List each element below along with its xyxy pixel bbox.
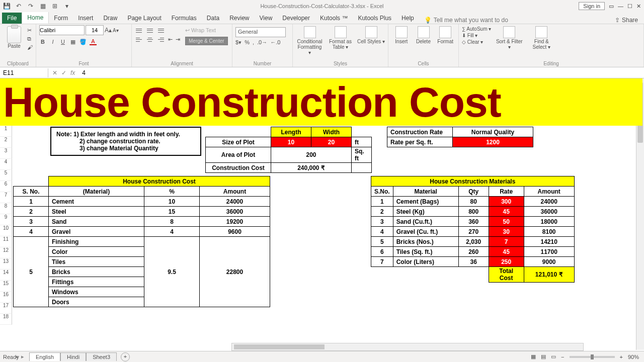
- border-icon[interactable]: ▦: [69, 39, 76, 45]
- rate-table[interactable]: Construction RateNormal Quality Rate per…: [387, 127, 533, 147]
- page-break-view-icon[interactable]: ▭: [551, 353, 556, 360]
- qat-icon[interactable]: ⊞: [51, 3, 58, 10]
- font-name-input[interactable]: [39, 25, 85, 35]
- decrease-font-icon[interactable]: A▾: [113, 28, 119, 33]
- tab-help[interactable]: Help: [396, 13, 419, 24]
- align-left-icon[interactable]: [135, 36, 143, 43]
- sheet-nav-next-icon[interactable]: ▸: [21, 353, 24, 360]
- tab-kutools[interactable]: Kutools ™: [315, 13, 353, 24]
- wrap-text-button[interactable]: ↩ Wrap Text: [185, 27, 228, 34]
- fx-icon[interactable]: fx: [70, 69, 75, 76]
- fill-color-icon[interactable]: 🪣: [79, 39, 87, 45]
- share-icon: ⇪: [615, 17, 620, 24]
- tab-insert[interactable]: Insert: [73, 13, 98, 24]
- tab-file[interactable]: File: [2, 13, 22, 24]
- accounting-format-icon[interactable]: $▾: [235, 39, 242, 46]
- ribbon-options-icon[interactable]: ▭: [609, 3, 614, 10]
- document-title: House-Construction-Cost-Calculator-3.xls…: [260, 3, 383, 9]
- bold-button[interactable]: B: [39, 39, 46, 45]
- construction-materials-table[interactable]: House Construction Materials S.No. Mater…: [371, 176, 575, 283]
- autosum-button[interactable]: ∑ AutoSum ▾: [462, 26, 491, 32]
- sheet-tab-hindi[interactable]: Hindi: [60, 352, 86, 361]
- tab-form[interactable]: Form: [49, 13, 73, 24]
- find-select-button[interactable]: Find & Select ▾: [527, 26, 555, 50]
- align-top-icon[interactable]: [135, 27, 143, 34]
- percent-format-icon[interactable]: %: [245, 39, 250, 46]
- clear-button[interactable]: ◇ Clear ▾: [462, 39, 491, 45]
- zoom-level[interactable]: 90%: [628, 354, 639, 360]
- sort-icon: [503, 26, 515, 38]
- undo-icon[interactable]: ↶: [15, 3, 22, 10]
- format-painter-icon[interactable]: 🖌: [27, 44, 33, 50]
- delete-cells-button[interactable]: Delete: [414, 26, 434, 44]
- save-icon[interactable]: 💾: [3, 3, 10, 10]
- align-middle-icon[interactable]: [146, 27, 154, 34]
- new-sheet-button[interactable]: +: [121, 352, 130, 361]
- zoom-slider[interactable]: [570, 356, 615, 358]
- worksheet[interactable]: 1234 5678 9101112 13141516 1718 Note: 1)…: [0, 126, 636, 340]
- maximize-icon[interactable]: ☐: [627, 3, 632, 10]
- decrease-indent-icon[interactable]: ⇤: [168, 36, 173, 43]
- row-headers: 1234 5678 9101112 13141516 1718: [0, 126, 12, 325]
- zoom-out-icon[interactable]: −: [561, 354, 564, 360]
- ribbon-tabs: File Home Form Insert Draw Page Layout F…: [0, 12, 644, 24]
- tab-page-layout[interactable]: Page Layout: [122, 13, 166, 24]
- number-format-select[interactable]: General: [235, 27, 286, 37]
- tab-home[interactable]: Home: [22, 12, 49, 24]
- insert-cells-button[interactable]: Insert: [391, 26, 412, 44]
- fill-button[interactable]: ⬇ Fill ▾: [462, 33, 491, 38]
- underline-button[interactable]: U: [59, 39, 66, 45]
- decrease-decimal-icon[interactable]: ←.0: [270, 39, 280, 46]
- increase-font-icon[interactable]: A▴: [105, 27, 112, 34]
- increase-decimal-icon[interactable]: .0→: [257, 39, 267, 46]
- cut-icon[interactable]: ✂: [27, 27, 33, 34]
- qat-icon[interactable]: ▦: [39, 3, 46, 10]
- quick-access-toolbar: 💾 ↶ ↷ ▦ ⊞ ▾: [0, 3, 70, 10]
- tab-data[interactable]: Data: [202, 13, 224, 24]
- close-icon[interactable]: ✕: [636, 3, 641, 10]
- copy-icon[interactable]: ⧉: [27, 36, 33, 42]
- format-cells-button[interactable]: Format: [435, 26, 455, 44]
- italic-button[interactable]: I: [49, 39, 56, 45]
- sheet-tab-english[interactable]: English: [29, 352, 60, 361]
- page-layout-view-icon[interactable]: ▤: [541, 353, 546, 360]
- enter-icon[interactable]: ✓: [61, 69, 66, 76]
- tell-me-search[interactable]: 💡Tell me what you want to do: [424, 17, 508, 24]
- formula-input[interactable]: 4: [79, 68, 644, 77]
- plot-table[interactable]: LengthWidth Size of Plot1020ft Area of P…: [205, 127, 372, 173]
- format-icon: [439, 26, 451, 38]
- normal-view-icon[interactable]: ▦: [531, 353, 536, 360]
- align-center-icon[interactable]: [146, 36, 154, 43]
- merge-center-button[interactable]: Merge & Center: [185, 37, 228, 45]
- qat-dropdown-icon[interactable]: ▾: [63, 3, 70, 10]
- cell-styles-button[interactable]: Cell Styles ▾: [357, 26, 385, 55]
- format-as-table-button[interactable]: Format as Table ▾: [327, 26, 354, 55]
- paste-button[interactable]: Paste: [3, 25, 25, 60]
- align-right-icon[interactable]: [157, 36, 165, 43]
- conditional-formatting-button[interactable]: Conditional Formatting ▾: [296, 26, 324, 55]
- tab-developer[interactable]: Developer: [277, 13, 315, 24]
- construction-cost-table[interactable]: House Construction Cost S. No. (Material…: [13, 176, 270, 307]
- font-color-icon[interactable]: A: [90, 38, 97, 45]
- align-bottom-icon[interactable]: [157, 27, 165, 34]
- horizontal-scrollbar[interactable]: [231, 343, 584, 351]
- increase-indent-icon[interactable]: ⇥: [176, 36, 180, 43]
- minimize-icon[interactable]: —: [618, 3, 623, 9]
- redo-icon[interactable]: ↷: [27, 3, 34, 10]
- tab-draw[interactable]: Draw: [98, 13, 122, 24]
- cancel-icon[interactable]: ✕: [52, 69, 57, 76]
- tab-kutools-plus[interactable]: Kutools Plus: [353, 13, 396, 24]
- clipboard-icon: [7, 26, 21, 43]
- name-box[interactable]: E11: [0, 68, 48, 77]
- zoom-in-icon[interactable]: +: [620, 354, 623, 360]
- tab-review[interactable]: Review: [224, 13, 254, 24]
- tab-view[interactable]: View: [255, 13, 278, 24]
- sort-filter-button[interactable]: Sort & Filter ▾: [495, 26, 523, 50]
- signin-button[interactable]: Sign in: [579, 2, 605, 10]
- share-button[interactable]: ⇪Share: [615, 17, 638, 24]
- tab-formulas[interactable]: Formulas: [167, 13, 202, 24]
- sheet-tab-sheet3[interactable]: Sheet3: [86, 352, 117, 361]
- formula-bar: E11 ✕ ✓ fx 4: [0, 67, 644, 78]
- comma-format-icon[interactable]: ,: [253, 39, 254, 46]
- font-size-input[interactable]: [86, 25, 104, 35]
